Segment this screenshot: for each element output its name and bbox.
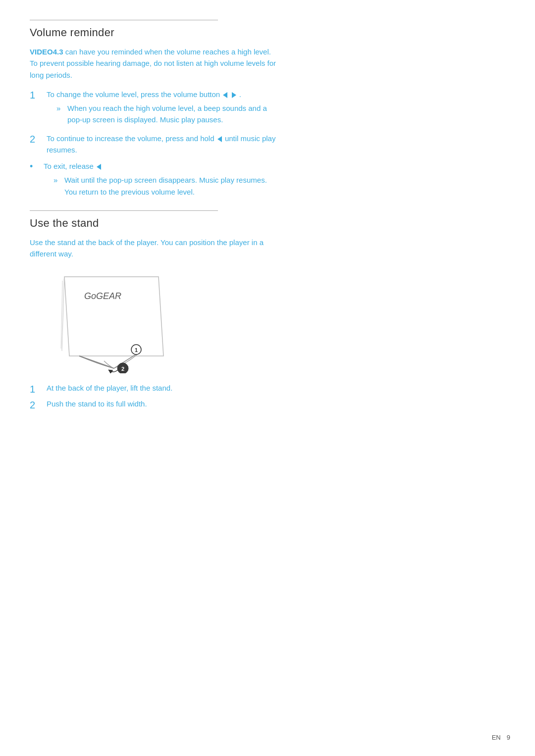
page-number: 9: [507, 734, 510, 741]
step2-content: To continue to increase the volume, pres…: [47, 133, 277, 156]
bullet-sub-item: » Wait until the pop-up screen disappear…: [54, 174, 277, 198]
volume-left-icon: [223, 92, 227, 98]
step2-text: To continue to increase the volume, pres…: [47, 134, 214, 143]
bullet-sub-text: Wait until the pop-up screen disappears.…: [64, 174, 277, 198]
bullet-left-icon: [97, 164, 101, 170]
device-illustration: GoGEAR 1 2: [45, 269, 173, 373]
stand-section-title: Use the stand: [30, 217, 277, 230]
page-language: EN: [492, 734, 501, 741]
volume-step-2: 2 To continue to increase the volume, pr…: [30, 133, 277, 156]
bullet-text: To exit, release: [44, 162, 94, 170]
brand-name: VIDEO4.3: [30, 48, 63, 56]
bullet-item-exit: • To exit, release » Wait until the pop-…: [30, 160, 277, 202]
stand-step-1: 1 At the back of the player, lift the st…: [30, 382, 277, 396]
svg-text:2: 2: [121, 366, 124, 372]
step1-number: 1: [30, 89, 47, 101]
step1-text: To change the volume level, press the vo…: [47, 90, 220, 99]
stand-step-2: 2 Push the stand to its full width.: [30, 398, 277, 412]
step2-left-icon: [217, 136, 222, 142]
stand-step1-num: 1: [30, 382, 47, 396]
svg-marker-0: [64, 277, 163, 356]
step1-sub-list: » When you reach the high volume level, …: [56, 102, 277, 126]
step1-content: To change the volume level, press the vo…: [47, 89, 277, 128]
page-footer: EN 9: [492, 734, 510, 741]
device-svg: GoGEAR 1 2: [45, 269, 173, 373]
step1-sub-text: When you reach the high volume level, a …: [67, 102, 277, 126]
section-divider-stand: [30, 210, 218, 211]
stand-step2-num: 2: [30, 398, 47, 412]
stand-section: Use the stand Use the stand at the back …: [30, 210, 277, 412]
volume-right-icon: [232, 92, 236, 98]
volume-steps-list: 1 To change the volume level, press the …: [30, 89, 277, 155]
stand-step1-text: At the back of the player, lift the stan…: [47, 382, 172, 394]
intro-text-content: can have you reminded when the volume re…: [30, 48, 276, 79]
bullet-dot: •: [30, 160, 44, 173]
bullet-content: To exit, release » Wait until the pop-up…: [44, 160, 277, 202]
volume-step-1: 1 To change the volume level, press the …: [30, 89, 277, 128]
stand-intro-text: Use the stand at the back of the player.…: [30, 237, 277, 260]
volume-section-title: Volume reminder: [30, 26, 277, 39]
svg-text:GoGEAR: GoGEAR: [84, 291, 121, 301]
stand-steps-list: 1 At the back of the player, lift the st…: [30, 382, 277, 412]
bullet-list: • To exit, release » Wait until the pop-…: [30, 160, 277, 202]
sub-marker-1: »: [56, 102, 67, 114]
bullet-sub-list: » Wait until the pop-up screen disappear…: [54, 174, 277, 198]
bullet-sub-marker: »: [54, 174, 64, 186]
step2-number: 2: [30, 133, 47, 146]
volume-intro: VIDEO4.3 can have you reminded when the …: [30, 46, 277, 81]
stand-step2-text: Push the stand to its full width.: [47, 398, 147, 409]
step1-sub-item: » When you reach the high volume level, …: [56, 102, 277, 126]
page-content: Volume reminder VIDEO4.3 can have you re…: [0, 0, 307, 444]
section-divider-volume: [30, 20, 218, 20]
svg-text:1: 1: [135, 347, 138, 353]
